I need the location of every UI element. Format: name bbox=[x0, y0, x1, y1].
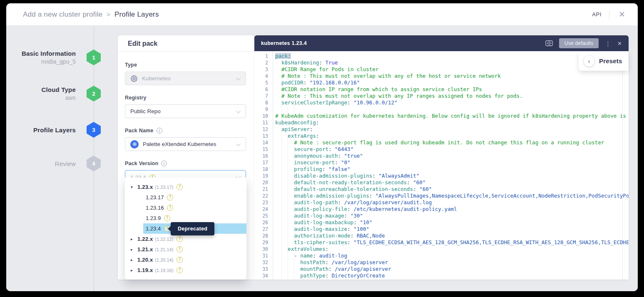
step-badge[interactable]: 3 bbox=[87, 122, 101, 138]
body: Basic Informationnvidia_gpu_51Cloud Type… bbox=[6, 26, 638, 291]
line-number: 6 bbox=[254, 86, 273, 93]
pack-version-label: Pack Version bbox=[125, 161, 158, 166]
line-number: 28 bbox=[254, 233, 273, 239]
version-option-1.23.x[interactable]: ▾1.23.x(1.23.17)! bbox=[125, 182, 246, 192]
close-icon[interactable]: ✕ bbox=[617, 10, 627, 19]
version-label: 1.23.17 bbox=[146, 194, 164, 200]
caret-collapsed-icon[interactable]: ▸ bbox=[131, 268, 137, 272]
line-content: - name: audit-log bbox=[273, 252, 347, 259]
code-line: 20 default-not-ready-toleration-seconds:… bbox=[254, 179, 629, 186]
step-text: Basic Informationnvidia_gpu_5 bbox=[6, 50, 76, 65]
step-label: Profile Layers bbox=[6, 126, 76, 134]
line-number: 18 bbox=[254, 166, 273, 173]
version-option-1.23.16[interactable]: 1.23.16! bbox=[125, 203, 246, 213]
code-line: 25 audit-log-maxage: "30" bbox=[254, 213, 629, 219]
line-number: 25 bbox=[254, 213, 273, 219]
line-number: 32 bbox=[254, 259, 273, 266]
breadcrumb-root[interactable]: Add a new cluster profile bbox=[23, 10, 102, 19]
line-number: 31 bbox=[254, 252, 273, 259]
registry-field: Registry Public Repo bbox=[125, 95, 246, 118]
code-line: 23 audit-log-path: /var/log/apiserver/au… bbox=[254, 199, 629, 206]
version-option-1.22.x[interactable]: ▸1.22.x(1.22.12)! bbox=[125, 234, 246, 244]
type-select: Kubernetes bbox=[125, 72, 246, 85]
use-defaults-button[interactable]: Use defaults bbox=[559, 38, 599, 48]
palette-kubernetes-icon bbox=[130, 140, 139, 148]
screen: Add a new cluster profile > Profile Laye… bbox=[0, 0, 644, 297]
code-line: 15 secure-port: "6443" bbox=[254, 146, 629, 153]
registry-value: Public Repo bbox=[130, 108, 161, 114]
line-number: 13 bbox=[254, 133, 273, 139]
kubernetes-icon bbox=[130, 75, 138, 82]
code-line: 1pack: bbox=[254, 53, 629, 59]
type-label: Type bbox=[125, 62, 137, 68]
step-label: Basic Information bbox=[6, 50, 76, 57]
code-line: 24 audit-policy-file: /etc/kubernetes/au… bbox=[254, 206, 629, 213]
version-label: 1.23.9 bbox=[146, 215, 161, 221]
type-field: Type bbox=[125, 62, 246, 85]
chevron-down-icon bbox=[236, 75, 241, 80]
code-line: 32 hostPath: /var/log/apiserver bbox=[254, 259, 629, 266]
line-content: default-not-ready-toleration-seconds: "6… bbox=[273, 179, 425, 186]
line-number: 11 bbox=[254, 119, 273, 126]
version-option-1.23.17[interactable]: 1.23.17! bbox=[125, 192, 246, 203]
chevron-left-icon[interactable]: ‹ bbox=[584, 56, 594, 67]
code-line: 26 audit-log-maxbackup: "10" bbox=[254, 219, 629, 226]
line-content: default-unreachable-toleration-seconds: … bbox=[273, 186, 432, 193]
pack-name-select[interactable]: Palette eXtended Kubernetes bbox=[125, 137, 246, 151]
code-line: 22 enable-admission-plugins: "AlwaysPull… bbox=[254, 193, 629, 199]
chevron-down-icon bbox=[236, 108, 241, 113]
breadcrumb-current: Profile Layers bbox=[114, 10, 159, 19]
line-number: 4 bbox=[254, 73, 273, 79]
line-number: 29 bbox=[254, 239, 273, 246]
step-sublabel: aws bbox=[6, 94, 76, 101]
line-content: audit-log-maxbackup: "10" bbox=[273, 219, 372, 226]
expand-editor-icon[interactable] bbox=[545, 40, 553, 46]
breadcrumb-separator: > bbox=[107, 11, 110, 18]
line-content: audit-log-maxsize: "100" bbox=[273, 226, 369, 233]
editor-title: kubernetes 1.23.4 bbox=[261, 40, 307, 46]
caret-collapsed-icon[interactable]: ▸ bbox=[131, 247, 137, 252]
line-content: insecure-port: "0" bbox=[273, 159, 351, 166]
warning-icon: ! bbox=[167, 205, 173, 211]
code-line: 29 tls-cipher-suites: "TLS_ECDHE_ECDSA_W… bbox=[254, 239, 629, 246]
kebab-menu-icon[interactable]: ⋮ bbox=[605, 40, 611, 47]
registry-select[interactable]: Public Repo bbox=[125, 104, 246, 118]
caret-collapsed-icon[interactable]: ▸ bbox=[131, 237, 137, 241]
code-line: 6 #CIDR notation IP range from which to … bbox=[254, 86, 629, 93]
line-content: #CIDR notation IP range from which to as… bbox=[273, 86, 482, 93]
api-link[interactable]: API bbox=[592, 11, 602, 17]
step-badge[interactable]: 1 bbox=[87, 50, 101, 65]
line-number: 21 bbox=[254, 186, 273, 193]
version-option-1.23.4[interactable]: 1.23.4!Deprecated bbox=[125, 223, 246, 234]
code-area[interactable]: 1pack:2 k8sHardening: True3 #CIDR Range … bbox=[254, 51, 629, 280]
line-content: # Note : This must not overlap with any … bbox=[273, 93, 523, 99]
step-label: Review bbox=[6, 160, 76, 167]
line-number: 12 bbox=[254, 126, 273, 133]
code-line: 33 mountPath: /var/log/apiserver bbox=[254, 266, 629, 272]
line-number: 33 bbox=[254, 266, 273, 272]
line-number: 27 bbox=[254, 226, 273, 233]
version-option-1.20.x[interactable]: ▸1.20.x(1.20.14)! bbox=[125, 255, 246, 265]
line-content: pathType: DirectoryOrCreate bbox=[273, 272, 385, 279]
warning-icon: ! bbox=[177, 236, 183, 242]
line-content: authorization-mode: RBAC,Node bbox=[273, 233, 385, 239]
step-text: Cloud Typeaws bbox=[6, 86, 76, 101]
line-content: anonymous-auth: "true" bbox=[273, 153, 363, 159]
step-badge[interactable]: 4 bbox=[87, 156, 101, 171]
code-line: 16 anonymous-auth: "true" bbox=[254, 153, 629, 159]
top-header: Add a new cluster profile > Profile Laye… bbox=[6, 3, 638, 26]
step-badge[interactable]: 2 bbox=[87, 86, 101, 101]
line-content bbox=[273, 106, 275, 113]
line-content: # Note : This must not overlap with any … bbox=[273, 73, 501, 79]
line-number: 5 bbox=[254, 79, 273, 86]
version-latest-label: (1.20.14) bbox=[155, 257, 173, 262]
version-option-1.19.x[interactable]: ▸1.19.x(1.19.16)! bbox=[125, 265, 246, 275]
line-number: 9 bbox=[254, 106, 273, 113]
line-number: 17 bbox=[254, 159, 273, 166]
caret-expanded-icon[interactable]: ▾ bbox=[131, 185, 137, 189]
caret-collapsed-icon[interactable]: ▸ bbox=[131, 257, 137, 262]
version-option-1.21.x[interactable]: ▸1.21.x(1.21.14)! bbox=[125, 244, 246, 255]
code-line: 34 pathType: DirectoryOrCreate bbox=[254, 272, 629, 279]
warning-icon: ! bbox=[177, 267, 183, 273]
editor-close-icon[interactable]: ✕ bbox=[617, 40, 622, 47]
